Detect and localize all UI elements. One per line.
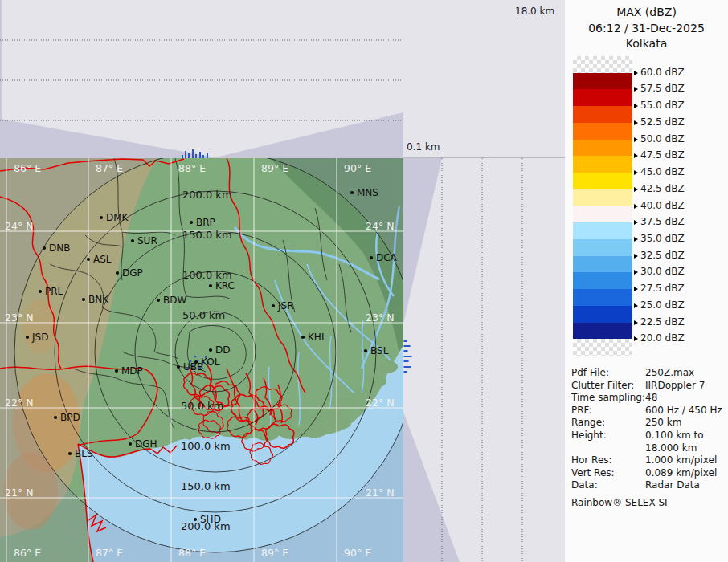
right-height-profile-panel	[403, 158, 565, 562]
city-label-ASL: ASL	[93, 254, 112, 265]
latitude-label: 24° N	[5, 220, 33, 232]
city-label-BSL: BSL	[370, 345, 389, 356]
ring-distance-label: 200.0 km	[182, 189, 232, 201]
city-dot-SHD	[194, 518, 197, 521]
tick-arrow-icon	[634, 187, 638, 192]
city-label-MNS: MNS	[357, 187, 378, 198]
scale-tick-label: 57.5 dBZ	[634, 83, 685, 94]
metadata-value: IIRDoppler 7	[645, 380, 726, 393]
longitude-label: 86° E	[14, 162, 41, 174]
metadata-row: Data:Radar Data	[571, 479, 726, 492]
scale-band	[573, 289, 632, 306]
city-dot-BSL	[364, 349, 367, 352]
beam-blind-edge	[0, 0, 2, 120]
city-dot-BRP	[190, 221, 193, 224]
tick-arrow-icon	[634, 237, 638, 242]
scale-band-transparent	[573, 339, 632, 356]
longitude-label: 87° E	[96, 162, 123, 174]
right-profile-canvas	[403, 158, 565, 562]
tick-arrow-icon	[634, 153, 638, 158]
tick-arrow-icon	[634, 303, 638, 308]
scale-band	[573, 256, 632, 273]
tick-arrow-icon	[634, 254, 638, 259]
city-label-BRP: BRP	[196, 217, 215, 228]
city-dot-BNK	[82, 298, 85, 301]
echo-profile-tick	[404, 366, 411, 368]
metadata-row: 18.000 km	[571, 442, 726, 455]
radar-echo	[194, 356, 196, 357]
metadata-value: Radar Data	[645, 479, 726, 492]
city-label-MDP: MDP	[121, 365, 143, 377]
city-label-BNK: BNK	[88, 294, 109, 305]
longitude-label: 88° E	[178, 162, 206, 174]
tick-arrow-icon	[634, 336, 638, 341]
longitude-label: 86° E	[14, 547, 41, 559]
city-dot-DD	[209, 348, 212, 352]
echo-profile-tick	[404, 356, 412, 357]
scale-band	[573, 306, 632, 323]
scale-band	[573, 222, 632, 239]
metadata-label: Range:	[571, 417, 645, 430]
ring-distance-label: 150.0 km	[182, 229, 232, 241]
height-axis-max-label: 18.0 km	[515, 6, 554, 17]
city-label-KRC: KRC	[215, 280, 235, 291]
scale-band	[573, 239, 632, 256]
metadata-row: PRF:600 Hz / 450 Hz	[571, 405, 726, 417]
city-dot-DNB	[43, 246, 46, 250]
echo-profile-tick	[192, 149, 194, 158]
city-label-DMK: DMK	[106, 212, 129, 223]
metadata-row: Vert Res:0.089 km/pixel	[571, 467, 726, 480]
tick-arrow-icon	[634, 71, 638, 75]
longitude-label: 90° E	[344, 547, 371, 559]
metadata-label: Vert Res:	[571, 467, 645, 480]
scale-band	[573, 89, 632, 106]
echo-profile-tick	[199, 152, 201, 158]
tick-arrow-icon	[634, 270, 638, 275]
scale-tick-label: 50.0 dBZ	[634, 133, 685, 145]
city-dot-KHL	[301, 336, 305, 339]
metadata-value: 0.100 km to	[645, 430, 726, 442]
echo-profile-tick	[404, 345, 411, 347]
scale-band	[573, 323, 632, 340]
metadata-value: 48	[645, 392, 726, 405]
city-label-BLS: BLS	[75, 448, 93, 459]
metadata-label: Hor Res:	[571, 454, 645, 467]
latitude-label: 22° N	[366, 397, 394, 409]
city-dot-DGP	[116, 271, 119, 275]
longitude-label: 88° E	[178, 547, 206, 559]
city-label-BPD: BPD	[60, 412, 80, 423]
echo-profile-tick	[185, 151, 186, 158]
metadata-label	[571, 442, 645, 455]
metadata-value: 250 km	[645, 417, 726, 430]
city-label-DNB: DNB	[49, 242, 70, 254]
tick-arrow-icon	[634, 204, 638, 209]
scale-tick-label: 37.5 dBZ	[634, 216, 685, 227]
product-metadata: Pdf File:250Z.maxClutter Filter:IIRDoppl…	[571, 367, 726, 509]
metadata-label: PRF:	[571, 405, 645, 417]
scale-band	[573, 189, 632, 206]
product-header: MAX (dBZ) 06:12 / 31-Dec-2025 Kolkata	[565, 0, 728, 52]
map-canvas[interactable]: 86° E86° E87° E87° E88° E88° E89° E89° E…	[0, 158, 403, 562]
scale-tick-label: 25.0 dBZ	[634, 299, 685, 311]
city-label-JSR: JSR	[277, 300, 294, 312]
top-profile-canvas	[0, 0, 565, 158]
ring-distance-label: 150.0 km	[181, 480, 231, 492]
scale-tick-label: 45.0 dBZ	[634, 166, 685, 177]
metadata-row: Clutter Filter:IIRDoppler 7	[571, 380, 726, 393]
latitude-label: 22° N	[5, 397, 33, 409]
city-dot-DGH	[129, 442, 132, 446]
city-dot-ASL	[87, 258, 90, 261]
city-label-JSD: JSD	[31, 332, 48, 343]
metadata-row: Time sampling:48	[571, 392, 726, 405]
metadata-row: Pdf File:250Z.max	[571, 367, 726, 380]
scale-band	[573, 272, 632, 289]
scale-tick-label: 60.0 dBZ	[634, 67, 685, 78]
scale-band	[573, 206, 632, 222]
city-label-BDW: BDW	[163, 295, 186, 306]
scale-band	[573, 173, 632, 189]
scale-tick-label: 22.5 dBZ	[634, 316, 685, 328]
city-label-PRL: PRL	[45, 286, 63, 297]
metadata-label: Time sampling:	[571, 392, 645, 405]
scale-tick-label: 42.5 dBZ	[634, 183, 685, 194]
city-dot-MNS	[350, 191, 354, 194]
